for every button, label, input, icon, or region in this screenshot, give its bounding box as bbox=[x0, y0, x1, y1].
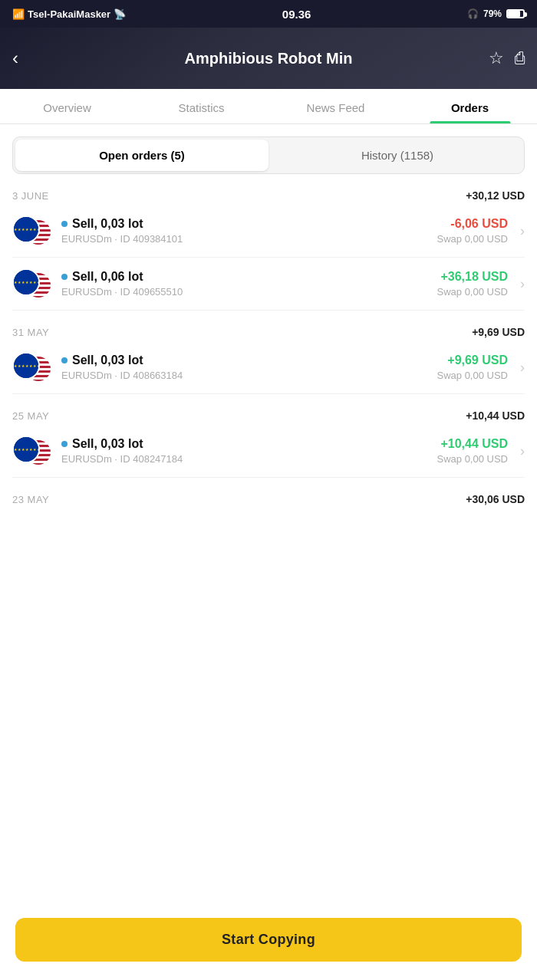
order-subtitle: EURUSDm · ID 409384101 bbox=[61, 233, 427, 245]
status-dot bbox=[61, 357, 68, 363]
status-left: 📶 Tsel-PakaiMasker 📡 bbox=[12, 8, 126, 20]
order-value: -6,06 USD Swap 0,00 USD bbox=[437, 217, 508, 245]
order-value: +10,44 USD Swap 0,00 USD bbox=[437, 437, 508, 465]
open-orders-button[interactable]: Open orders (5) bbox=[15, 140, 268, 171]
order-info: Sell, 0,03 lot EURUSDm · ID 408663184 bbox=[61, 354, 427, 381]
status-dot bbox=[61, 441, 68, 447]
order-subtitle: EURUSDm · ID 408663184 bbox=[61, 370, 427, 381]
order-info: Sell, 0,03 lot EURUSDm · ID 409384101 bbox=[61, 217, 427, 245]
eu-flag bbox=[12, 215, 40, 243]
order-info: Sell, 0,06 lot EURUSDm · ID 409655510 bbox=[61, 270, 427, 298]
tab-news-feed[interactable]: News Feed bbox=[268, 89, 403, 123]
order-title: Sell, 0,03 lot bbox=[61, 437, 427, 451]
header: ‹ Amphibious Robot Min ☆ ⎙ bbox=[0, 28, 537, 89]
order-subtitle: EURUSDm · ID 408247184 bbox=[61, 453, 427, 465]
currency-flags bbox=[12, 352, 52, 383]
order-swap: Swap 0,00 USD bbox=[437, 453, 508, 465]
currency-flags bbox=[12, 268, 52, 299]
date-label-may-31: 31 MAY bbox=[12, 327, 49, 338]
tab-statistics[interactable]: Statistics bbox=[134, 89, 268, 123]
order-amount: +36,18 USD bbox=[437, 270, 508, 284]
eu-flag bbox=[12, 268, 40, 296]
page-title: Amphibious Robot Min bbox=[185, 50, 353, 67]
order-row[interactable]: Sell, 0,03 lot EURUSDm · ID 408247184 +1… bbox=[12, 425, 525, 478]
order-amount: -6,06 USD bbox=[437, 217, 508, 231]
currency-flags bbox=[12, 215, 52, 246]
order-row[interactable]: Sell, 0,03 lot EURUSDm · ID 409384101 -6… bbox=[12, 205, 525, 258]
tab-orders[interactable]: Orders bbox=[403, 89, 537, 123]
date-total-june-3: +30,12 USD bbox=[466, 189, 525, 202]
date-group-may-31: 31 MAY +9,69 USD bbox=[12, 323, 525, 341]
date-label-june-3: 3 JUNE bbox=[12, 190, 49, 202]
order-swap: Swap 0,00 USD bbox=[437, 286, 508, 298]
order-value: +36,18 USD Swap 0,00 USD bbox=[437, 270, 508, 298]
order-amount: +9,69 USD bbox=[437, 354, 508, 367]
battery-label: 79% bbox=[483, 8, 502, 19]
bottom-cta: Start Copying bbox=[0, 909, 537, 980]
chevron-down-icon[interactable]: › bbox=[520, 276, 525, 292]
signal-icon: 📶 bbox=[12, 8, 25, 20]
order-row[interactable]: Sell, 0,03 lot EURUSDm · ID 408663184 +9… bbox=[12, 341, 525, 394]
date-total-may-31: +9,69 USD bbox=[472, 326, 525, 338]
order-type-lots: Sell, 0,03 lot bbox=[72, 354, 143, 367]
share-icon[interactable]: ⎙ bbox=[515, 48, 525, 68]
order-value: +9,69 USD Swap 0,00 USD bbox=[437, 354, 508, 381]
order-amount: +10,44 USD bbox=[437, 437, 508, 451]
tab-bar: Overview Statistics News Feed Orders bbox=[0, 89, 537, 124]
order-swap: Swap 0,00 USD bbox=[437, 233, 508, 245]
status-dot bbox=[61, 274, 68, 280]
currency-flags bbox=[12, 436, 52, 466]
order-row[interactable]: Sell, 0,06 lot EURUSDm · ID 409655510 +3… bbox=[12, 258, 525, 311]
date-group-june-3: 3 JUNE +30,12 USD bbox=[12, 186, 525, 205]
order-type-lots: Sell, 0,06 lot bbox=[72, 270, 143, 284]
date-label-may-23: 23 MAY bbox=[12, 494, 49, 505]
status-right: 🎧 79% bbox=[467, 8, 525, 19]
battery-icon bbox=[506, 9, 525, 18]
date-total-may-23: +30,06 USD bbox=[466, 493, 525, 505]
eu-flag bbox=[12, 352, 40, 380]
date-label-may-25: 25 MAY bbox=[12, 410, 49, 422]
date-total-may-25: +10,44 USD bbox=[466, 409, 525, 422]
back-button[interactable]: ‹ bbox=[12, 48, 18, 69]
date-group-may-25: 25 MAY +10,44 USD bbox=[12, 406, 525, 425]
orders-content: 3 JUNE +30,12 USD Sell, 0,03 lot EURUSDm… bbox=[0, 186, 537, 585]
order-swap: Swap 0,00 USD bbox=[437, 370, 508, 381]
history-button[interactable]: History (1158) bbox=[271, 137, 524, 173]
chevron-down-icon[interactable]: › bbox=[520, 360, 525, 376]
tab-overview[interactable]: Overview bbox=[0, 89, 134, 123]
header-actions: ☆ ⎙ bbox=[489, 48, 525, 68]
order-type-lots: Sell, 0,03 lot bbox=[72, 437, 143, 451]
chevron-down-icon[interactable]: › bbox=[520, 223, 525, 239]
wifi-icon: 📡 bbox=[114, 8, 126, 20]
order-info: Sell, 0,03 lot EURUSDm · ID 408247184 bbox=[61, 437, 427, 465]
bookmark-icon[interactable]: ☆ bbox=[489, 48, 504, 68]
order-toggle-group: Open orders (5) History (1158) bbox=[12, 136, 525, 174]
start-copying-button[interactable]: Start Copying bbox=[15, 918, 522, 962]
chevron-down-icon[interactable]: › bbox=[520, 443, 525, 459]
status-dot bbox=[61, 221, 68, 227]
order-title: Sell, 0,06 lot bbox=[61, 270, 427, 284]
order-type-lots: Sell, 0,03 lot bbox=[72, 217, 143, 231]
order-subtitle: EURUSDm · ID 409655510 bbox=[61, 286, 427, 298]
date-group-may-23: 23 MAY +30,06 USD bbox=[12, 490, 525, 508]
order-title: Sell, 0,03 lot bbox=[61, 217, 427, 231]
order-title: Sell, 0,03 lot bbox=[61, 354, 427, 367]
eu-flag bbox=[12, 436, 40, 463]
carrier-label: Tsel-PakaiMasker bbox=[28, 8, 110, 20]
headphone-icon: 🎧 bbox=[467, 8, 479, 19]
time-display: 09.36 bbox=[282, 8, 311, 21]
status-bar: 📶 Tsel-PakaiMasker 📡 09.36 🎧 79% bbox=[0, 0, 537, 28]
